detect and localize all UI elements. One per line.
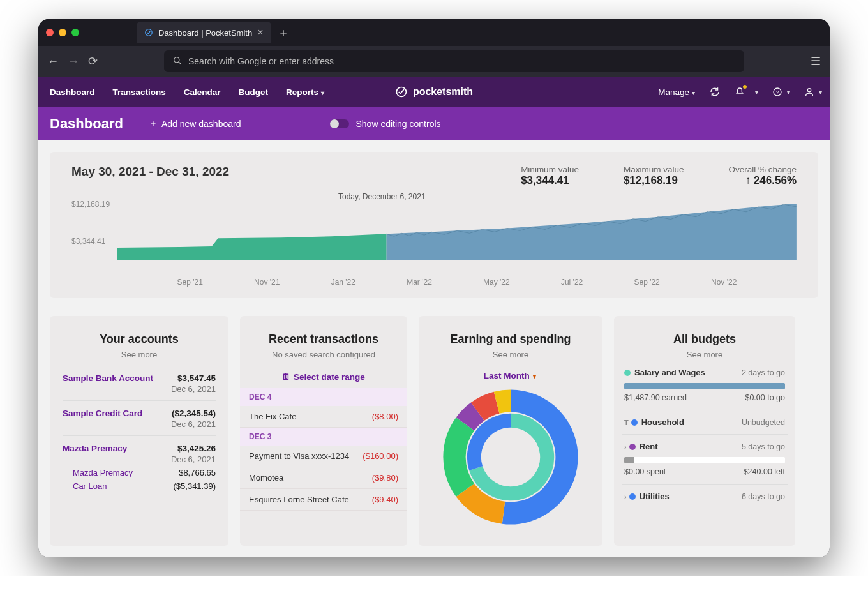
earning-title: Earning and spending: [419, 333, 602, 346]
transaction-amount: ($160.00): [363, 451, 398, 461]
new-tab-button[interactable]: ＋: [278, 25, 289, 40]
reload-button[interactable]: ⟳: [88, 54, 98, 68]
nav-calendar[interactable]: Calendar: [184, 87, 221, 97]
expand-icon: T: [624, 419, 629, 426]
minimize-window-icon[interactable]: [59, 29, 66, 36]
max-value: $12,168.19: [624, 174, 684, 187]
profile-icon[interactable]: [804, 87, 822, 97]
main-nav: Dashboard Transactions Calendar Budget R…: [46, 87, 324, 97]
transactions-title: Recent transactions: [240, 333, 407, 346]
accounts-list: Sample Bank Account$3,547.45Dec 6, 2021S…: [50, 359, 228, 497]
notifications-icon[interactable]: [735, 87, 758, 97]
max-label: Maximum value: [624, 165, 684, 174]
change-value: ↑ 246.56%: [728, 174, 797, 187]
budget-row[interactable]: ›Utilities6 days to go: [622, 487, 788, 506]
nav-budget[interactable]: Budget: [239, 87, 269, 97]
account-date: Dec 6, 2021: [63, 454, 216, 464]
donut-chart: [440, 387, 581, 527]
transaction-row[interactable]: Momotea($9.80): [240, 467, 407, 489]
account-item[interactable]: Sample Credit Card($2,345.54)Dec 6, 2021: [63, 400, 216, 435]
accounts-see-more[interactable]: See more: [50, 350, 228, 359]
nav-dashboard[interactable]: Dashboard: [50, 87, 95, 97]
transaction-row[interactable]: Payment to Visa xxxx-1234($160.00): [240, 446, 407, 467]
menu-icon[interactable]: ☰: [811, 54, 821, 68]
transaction-row[interactable]: Esquires Lorne Street Cafe($9.40): [240, 489, 407, 511]
tab-title: Dashboard | PocketSmith: [158, 28, 252, 38]
account-item[interactable]: Sample Bank Account$3,547.45Dec 6, 2021: [63, 366, 216, 400]
budget-name: Household: [641, 417, 684, 427]
manage-menu[interactable]: Manage: [658, 87, 695, 97]
budget-row[interactable]: ›Rent5 days to go: [622, 437, 788, 456]
help-icon[interactable]: ?: [772, 87, 790, 97]
close-tab-icon[interactable]: ×: [257, 27, 263, 38]
brand-logo[interactable]: pocketsmith: [395, 86, 473, 98]
account-name: Mazda Premacy: [63, 444, 127, 453]
browser-toolbar: ← → ⟳ Search with Google or enter addres…: [38, 46, 830, 77]
svg-text:?: ?: [776, 89, 779, 95]
account-amount: ($2,345.54): [172, 409, 216, 418]
budget-meta: 5 days to go: [742, 442, 785, 451]
svg-point-6: [807, 89, 811, 92]
category-dot-icon: [624, 370, 631, 376]
toggle-switch-icon[interactable]: [330, 119, 349, 128]
sub-account-amount: ($5,341.39): [174, 481, 216, 491]
area-chart-svg: [117, 204, 797, 260]
select-date-range[interactable]: 🗓 Select date range: [240, 372, 407, 382]
budgets-title: All budgets: [614, 333, 795, 346]
content-area: May 30, 2021 - Dec 31, 2022 Minimum valu…: [38, 140, 830, 557]
transaction-amount: ($8.00): [372, 412, 398, 421]
transaction-row[interactable]: The Fix Cafe($8.00): [240, 406, 407, 428]
account-name: Sample Bank Account: [63, 373, 153, 383]
forward-button[interactable]: →: [68, 55, 79, 68]
budget-meta: Unbudgeted: [742, 418, 785, 427]
budget-meta: 6 days to go: [742, 492, 785, 501]
earning-range[interactable]: Last Month: [419, 371, 602, 380]
transaction-desc: The Fix Cafe: [249, 412, 296, 421]
add-dashboard-button[interactable]: ＋ Add new dashboard: [149, 118, 241, 130]
editing-toggle[interactable]: Show editing controls: [330, 119, 440, 129]
budget-name: Salary and Wages: [634, 368, 705, 377]
transaction-desc: Esquires Lorne Street Cafe: [249, 495, 349, 504]
budgets-see-more[interactable]: See more: [614, 350, 795, 359]
y-high: $12,168.19: [71, 200, 110, 209]
min-value: $3,344.41: [521, 174, 579, 187]
account-item[interactable]: Mazda Premacy$3,425.26Dec 6, 2021Mazda P…: [63, 435, 216, 497]
url-placeholder: Search with Google or enter address: [188, 56, 334, 66]
transactions-card: Recent transactions No saved search conf…: [240, 316, 407, 546]
nav-reports[interactable]: Reports: [286, 87, 324, 97]
url-bar[interactable]: Search with Google or enter address: [164, 50, 744, 72]
dashboard-subheader: Dashboard ＋ Add new dashboard Show editi…: [38, 107, 830, 140]
min-label: Minimum value: [521, 165, 579, 174]
budget-row[interactable]: Salary and Wages2 days to go: [622, 363, 788, 382]
budget-bar: [624, 457, 785, 463]
account-amount: $3,547.45: [177, 373, 216, 383]
account-date: Dec 6, 2021: [63, 384, 216, 394]
close-window-icon[interactable]: [46, 29, 54, 36]
app-header: Dashboard Transactions Calendar Budget R…: [38, 77, 830, 107]
accounts-title: Your accounts: [50, 333, 228, 346]
budget-name: Utilities: [640, 492, 670, 501]
svg-line-2: [179, 61, 181, 64]
budgets-card: All budgets See more Salary and Wages2 d…: [614, 316, 795, 546]
nav-transactions[interactable]: Transactions: [113, 87, 166, 97]
sync-icon[interactable]: [709, 86, 721, 98]
plus-icon: ＋: [149, 118, 158, 130]
budgets-list: Salary and Wages2 days to go$1,487.90 ea…: [614, 359, 795, 506]
category-dot-icon: [631, 419, 638, 426]
maximize-window-icon[interactable]: [71, 29, 79, 36]
category-dot-icon: [629, 493, 636, 500]
favicon-icon: [144, 28, 153, 37]
calendar-icon: 🗓: [282, 372, 291, 382]
day-header: DEC 4: [240, 388, 407, 406]
back-button[interactable]: ←: [47, 55, 59, 68]
sub-account-name: Mazda Premacy: [73, 468, 133, 477]
earning-see-more[interactable]: See more: [419, 350, 602, 359]
transaction-amount: ($9.40): [372, 495, 398, 504]
budget-row[interactable]: THouseholdUnbudgeted: [622, 413, 788, 432]
transaction-amount: ($9.80): [372, 473, 398, 483]
x-axis: . Sep '21 Nov '21 Jan '22 Mar '22 May '2…: [117, 278, 797, 287]
expand-icon: ›: [624, 443, 627, 451]
budget-stats: $0.00 spent$240.00 left: [622, 466, 788, 481]
budget-name: Rent: [640, 442, 658, 451]
browser-tab[interactable]: Dashboard | PocketSmith ×: [137, 22, 271, 43]
